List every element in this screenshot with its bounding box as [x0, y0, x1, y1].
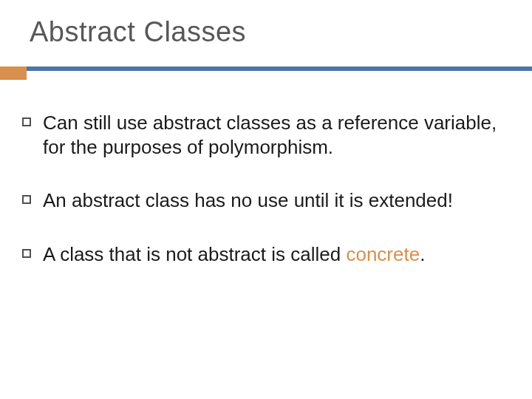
list-item: Can still use abstract classes as a refe… [22, 111, 502, 159]
slide-title: Abstract Classes [30, 16, 246, 48]
square-bullet-icon [22, 195, 31, 204]
bullet-text: An abstract class has no use until it is… [43, 188, 453, 213]
list-item: An abstract class has no use until it is… [22, 188, 502, 213]
bullet-text: Can still use abstract classes as a refe… [43, 111, 502, 159]
bullet-text: A class that is not abstract is called c… [43, 242, 425, 267]
divider-accent [0, 66, 27, 80]
square-bullet-icon [22, 249, 31, 258]
square-bullet-icon [22, 117, 31, 126]
divider-bar [0, 66, 532, 71]
list-item: A class that is not abstract is called c… [22, 242, 502, 267]
slide: Abstract Classes Can still use abstract … [0, 0, 532, 399]
bullet-list: Can still use abstract classes as a refe… [22, 111, 502, 296]
